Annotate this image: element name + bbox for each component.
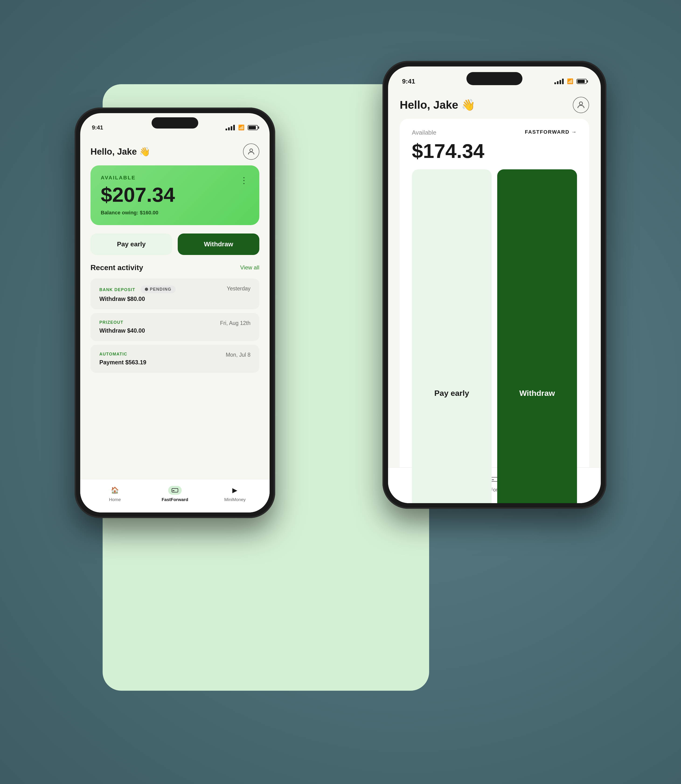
home-icon-back: 🏠	[108, 486, 122, 495]
transaction-label-3: AUTOMATIC	[99, 352, 146, 357]
transaction-left-1: BANK DEPOSIT Pending Withdraw $80.00	[99, 285, 176, 302]
nav-item-home-back[interactable]: 🏠 Home	[85, 486, 145, 502]
signal-icon-front	[554, 79, 564, 84]
wifi-icon-front: 📶	[567, 78, 573, 84]
phone-back: 9:41 📶 Hello, Jake 👋	[74, 108, 275, 518]
view-all-button[interactable]: View all	[240, 264, 259, 271]
recent-activity-header: Recent activity View all	[90, 263, 259, 272]
balance-owing: Balance owing: $160.00	[101, 210, 249, 216]
wifi-icon-back: 📶	[238, 125, 244, 131]
svg-rect-15	[491, 477, 498, 481]
transaction-item-1[interactable]: BANK DEPOSIT Pending Withdraw $80.00 Yes…	[90, 279, 259, 309]
svg-rect-16	[492, 479, 494, 480]
phone-screen-back: 9:41 📶 Hello, Jake 👋	[80, 113, 269, 513]
withdraw-button-front[interactable]: Withdraw	[497, 169, 577, 503]
transaction-amount-3: Payment $563.19	[99, 359, 146, 366]
nav-label-home-back: Home	[109, 497, 121, 502]
battery-icon-front	[576, 79, 587, 84]
phone-screen-front: 9:41 📶 Hello, Jake 👋	[388, 67, 601, 503]
action-buttons-back: Pay early Withdraw	[90, 233, 259, 255]
nav-item-fastforward-back[interactable]: FastForward	[145, 486, 205, 502]
bottom-nav-back: 🏠 Home FastForward ▶	[80, 479, 269, 513]
svg-rect-2	[173, 490, 174, 491]
balance-card: ⋮ AVAILABLE $207.34 Balance owing: $160.…	[90, 165, 259, 225]
app-header-front: Hello, Jake 👋	[400, 90, 589, 119]
action-buttons-front: Pay early Withdraw	[412, 169, 577, 503]
recent-activity-title: Recent activity	[90, 263, 143, 272]
time-front: 9:41	[402, 78, 415, 85]
available-text: Available	[412, 129, 436, 136]
more-options-button[interactable]: ⋮	[240, 176, 248, 185]
available-header: Available FASTFORWARD →	[412, 129, 577, 137]
svg-point-3	[579, 102, 582, 105]
app-header-back: Hello, Jake 👋	[90, 136, 259, 165]
transaction-date-2: Fri, Aug 12th	[220, 320, 250, 326]
transaction-amount-2: Withdraw $40.00	[99, 327, 145, 334]
phone-front: 9:41 📶 Hello, Jake 👋	[382, 61, 607, 509]
available-label: Available	[412, 129, 436, 137]
svg-point-0	[250, 149, 253, 152]
transaction-item-3[interactable]: AUTOMATIC Payment $563.19 Mon, Jul 8	[90, 345, 259, 373]
pay-early-button-back[interactable]: Pay early	[90, 233, 172, 255]
svg-rect-1	[172, 488, 178, 492]
available-amount: $174.34	[412, 141, 577, 161]
minimoney-icon-back: ▶	[228, 486, 242, 495]
transaction-left-2: PRIZEOUT Withdraw $40.00	[99, 320, 145, 334]
dynamic-island-front	[466, 72, 523, 85]
status-icons-front: 📶	[554, 78, 587, 84]
transaction-label-2: PRIZEOUT	[99, 320, 145, 325]
transaction-date-1: Yesterday	[227, 285, 250, 292]
transaction-label-1: BANK DEPOSIT Pending	[99, 285, 176, 293]
transaction-date-3: Mon, Jul 8	[226, 352, 250, 358]
nav-item-minimoney-back[interactable]: ▶ MiniMoney	[205, 486, 265, 502]
battery-icon-back	[248, 125, 258, 130]
available-card: Available FASTFORWARD → $174.34 Pay earl…	[400, 119, 589, 503]
greeting-back: Hello, Jake 👋	[90, 146, 150, 157]
pending-dot	[145, 288, 148, 291]
signal-icon-back	[225, 125, 235, 130]
avatar-back[interactable]	[243, 143, 259, 160]
balance-label: AVAILABLE	[101, 175, 249, 181]
fastforward-icon-back	[168, 486, 182, 495]
avatar-front[interactable]	[573, 97, 589, 113]
transaction-left-3: AUTOMATIC Payment $563.19	[99, 352, 146, 366]
time-back: 9:41	[92, 124, 103, 131]
pending-badge: Pending	[141, 285, 176, 293]
nav-label-minimoney-back: MiniMoney	[224, 497, 245, 502]
pay-early-button-front[interactable]: Pay early	[412, 169, 492, 503]
withdraw-button-back[interactable]: Withdraw	[178, 233, 259, 255]
dynamic-island-back	[152, 117, 198, 128]
transaction-amount-1: Withdraw $80.00	[99, 296, 176, 302]
greeting-front: Hello, Jake 👋	[400, 98, 475, 111]
transaction-item-2[interactable]: PRIZEOUT Withdraw $40.00 Fri, Aug 12th	[90, 313, 259, 341]
scene: 9:41 📶 Hello, Jake 👋	[61, 42, 620, 742]
balance-amount: $207.34	[101, 185, 249, 205]
status-icons-back: 📶	[225, 125, 258, 131]
nav-label-fastforward-back: FastForward	[162, 497, 188, 502]
fastforward-link[interactable]: FASTFORWARD →	[525, 129, 577, 135]
